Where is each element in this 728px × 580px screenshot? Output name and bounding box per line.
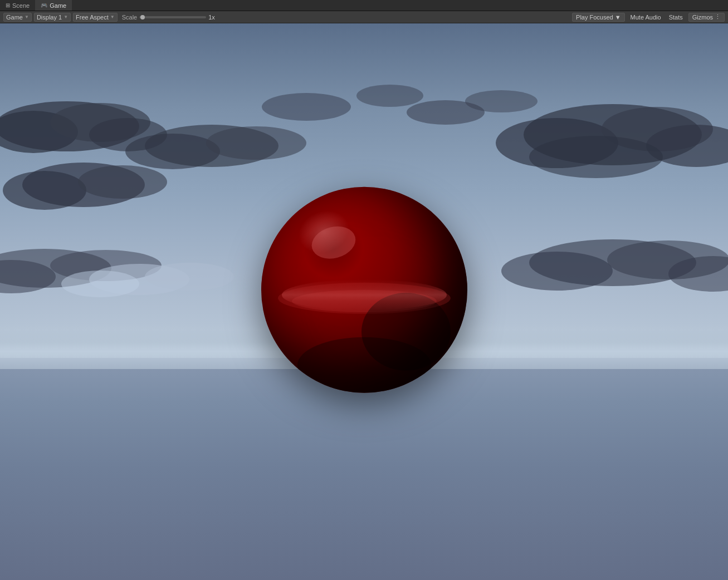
- display-dropdown[interactable]: Display 1 ▼: [34, 13, 71, 22]
- svg-point-8: [125, 134, 220, 169]
- toolbar-right: Play Focused ▼ Mute Audio Stats Gizmos ⋮: [572, 13, 725, 22]
- svg-point-34: [308, 222, 359, 263]
- display-dropdown-label: Display 1: [37, 14, 62, 21]
- red-sphere: [261, 186, 467, 392]
- sphere-reflections: [261, 186, 467, 392]
- scale-slider[interactable]: [139, 16, 206, 18]
- play-focused-arrow: ▼: [615, 14, 621, 21]
- tab-scene[interactable]: ⊞ Scene: [0, 0, 35, 11]
- svg-point-23: [61, 271, 139, 297]
- svg-point-6: [78, 165, 167, 199]
- svg-point-5: [3, 171, 86, 210]
- play-focused-button[interactable]: Play Focused ▼: [572, 13, 625, 22]
- game-icon: 🎮: [41, 2, 47, 8]
- aspect-dropdown-label: Free Aspect: [76, 14, 109, 21]
- tab-game-label: Game: [50, 2, 66, 9]
- gizmos-button[interactable]: Gizmos ⋮: [688, 13, 725, 22]
- gizmos-label: Gizmos: [692, 14, 713, 21]
- svg-point-24: [145, 263, 234, 291]
- play-focused-label: Play Focused: [576, 14, 613, 21]
- svg-point-36: [297, 337, 431, 392]
- game-dropdown[interactable]: Game ▼: [3, 13, 32, 22]
- tab-bar: ⊞ Scene 🎮 Game: [0, 0, 728, 11]
- mute-audio-button[interactable]: Mute Audio: [628, 13, 663, 21]
- svg-point-9: [206, 126, 306, 160]
- svg-point-14: [529, 136, 663, 178]
- toolbar: Game ▼ Display 1 ▼ Free Aspect ▼ Scale 1…: [0, 11, 728, 23]
- aspect-dropdown[interactable]: Free Aspect ▼: [73, 13, 118, 22]
- aspect-dropdown-arrow: ▼: [110, 14, 115, 19]
- tab-scene-label: Scene: [12, 2, 30, 9]
- tab-game[interactable]: 🎮 Game: [35, 0, 72, 11]
- scale-label: Scale: [122, 14, 138, 21]
- game-dropdown-label: Game: [6, 14, 23, 21]
- svg-point-31: [465, 90, 538, 112]
- scale-section: Scale 1x: [122, 14, 215, 21]
- svg-point-29: [356, 85, 423, 107]
- stats-button[interactable]: Stats: [667, 13, 685, 21]
- display-dropdown-arrow: ▼: [63, 14, 68, 19]
- svg-point-28: [262, 93, 351, 121]
- scale-slider-thumb: [140, 15, 145, 19]
- game-dropdown-arrow: ▼: [25, 14, 29, 19]
- game-view[interactable]: [0, 23, 728, 580]
- sphere-container: [261, 186, 467, 392]
- scale-value: 1x: [208, 14, 215, 21]
- scene-icon: ⊞: [6, 2, 10, 8]
- svg-point-19: [501, 252, 613, 291]
- gizmos-arrow: ⋮: [715, 13, 721, 21]
